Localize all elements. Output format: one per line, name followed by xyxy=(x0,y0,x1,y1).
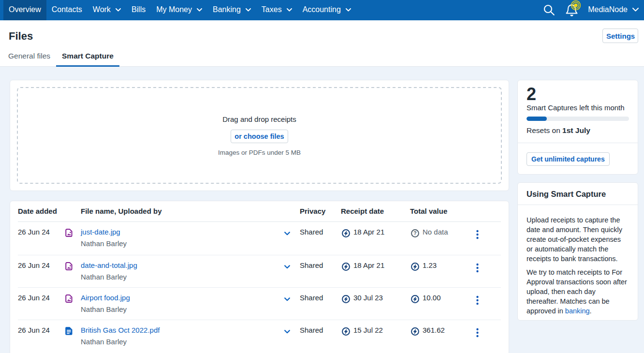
svg-text:?: ? xyxy=(413,230,416,236)
